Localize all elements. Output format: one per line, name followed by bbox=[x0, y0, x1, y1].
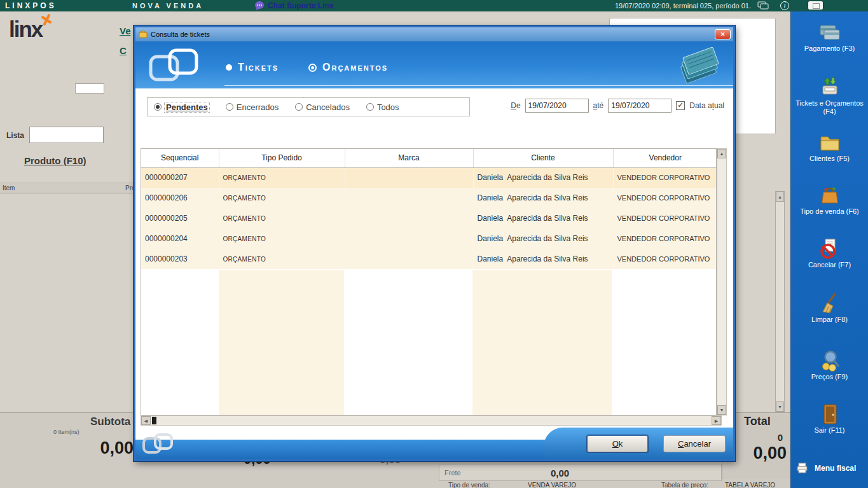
table-cell bbox=[345, 228, 473, 249]
column-stripe bbox=[612, 270, 716, 415]
info-icon[interactable]: i bbox=[780, 1, 789, 10]
table-row[interactable]: 0000000207ORÇAMENTODaniela Aparecida da … bbox=[141, 167, 717, 188]
table-filler bbox=[141, 270, 716, 415]
scroll-left-button[interactable]: ◀ bbox=[141, 416, 151, 425]
printer-icon[interactable] bbox=[757, 1, 769, 10]
mini-field[interactable] bbox=[75, 83, 104, 94]
subtotal-value: 0,00 bbox=[59, 438, 134, 458]
vendedor-label: Ve bbox=[120, 25, 131, 36]
sidebar-item-tickets-orcamentos[interactable]: Tickets e Orçamentos (F4) bbox=[791, 75, 868, 115]
scroll-down-button[interactable]: ▼ bbox=[717, 405, 726, 415]
table-cell: 0000000203 bbox=[141, 249, 219, 269]
radio-icon bbox=[154, 103, 162, 111]
shopping-bag-icon bbox=[818, 184, 842, 207]
column-header[interactable]: Tipo Pedido bbox=[219, 149, 345, 167]
subtotal-label: Subtota bbox=[90, 415, 130, 428]
mode-radio-tickets[interactable]: Tickets bbox=[226, 62, 279, 73]
sidebar-item-pagamento[interactable]: Pagamento (F3) bbox=[791, 20, 868, 53]
tipo-venda-value: VENDA VAREJO bbox=[528, 482, 576, 488]
sidebar: Pagamento (F3) Tickets e Orçamentos (F4)… bbox=[790, 11, 868, 488]
table-cell: VENDEDOR CORPORATIVO bbox=[613, 167, 717, 188]
mode-radio-orcamentos[interactable]: Orçamentos bbox=[308, 62, 388, 73]
tickets-table: Sequencial Tipo Pedido Marca Cliente Ven… bbox=[141, 148, 717, 415]
chat-icon bbox=[254, 1, 265, 11]
de-label: De bbox=[511, 101, 520, 110]
sidebar-item-cancelar[interactable]: Cancelar (F7) bbox=[791, 237, 868, 269]
filter-pendentes[interactable]: Pendentes bbox=[154, 102, 209, 112]
footer-rings-icon bbox=[142, 433, 175, 454]
filter-todos[interactable]: Todos bbox=[366, 102, 399, 112]
column-stripe bbox=[219, 270, 345, 415]
scroll-down-button[interactable]: ▼ bbox=[776, 401, 784, 412]
item-column-header: Item bbox=[3, 185, 15, 192]
lista-label: Lista bbox=[6, 131, 24, 140]
table-cell: ORÇAMENTO bbox=[219, 188, 345, 208]
linx-brand-logo: linx bbox=[9, 18, 53, 40]
table-row[interactable]: 0000000204ORÇAMENTODaniela Aparecida da … bbox=[141, 228, 717, 249]
column-header[interactable]: Sequencial bbox=[141, 149, 219, 167]
filter-cancelados[interactable]: Cancelados bbox=[295, 102, 350, 112]
table-cell bbox=[345, 167, 473, 188]
scrollbar-thumb[interactable] bbox=[152, 417, 156, 424]
menu-fiscal-button[interactable]: Menu fiscal bbox=[795, 462, 856, 474]
total-value: 0,00 bbox=[753, 443, 787, 463]
data-atual-label: Data atual bbox=[689, 101, 724, 110]
table-header: Sequencial Tipo Pedido Marca Cliente Ven… bbox=[141, 149, 717, 167]
frete-value: 0,00 bbox=[551, 468, 569, 478]
table-cell: 0000000207 bbox=[141, 167, 219, 188]
sidebar-item-limpar[interactable]: Limpar (F8) bbox=[791, 291, 868, 324]
radio-icon bbox=[226, 64, 232, 71]
cancel-button[interactable]: Cancelar bbox=[663, 435, 726, 452]
table-row[interactable]: 0000000203ORÇAMENTODaniela Aparecida da … bbox=[141, 249, 717, 269]
broom-icon bbox=[818, 292, 842, 315]
scroll-right-button[interactable]: ▶ bbox=[712, 416, 721, 425]
window-button[interactable] bbox=[808, 1, 823, 10]
radio-icon bbox=[308, 64, 317, 72]
scroll-up-button[interactable]: ▲ bbox=[717, 149, 726, 158]
ok-button[interactable]: Ok bbox=[587, 435, 648, 452]
cliente-label: C bbox=[120, 45, 127, 56]
main-scrollbar[interactable]: ▲ ▼ bbox=[775, 191, 785, 412]
dialog-titlebar[interactable]: Consulta de tickets bbox=[135, 27, 733, 41]
clients-folder-icon bbox=[818, 131, 842, 154]
column-stripe bbox=[472, 270, 612, 415]
chat-support-link[interactable]: Chat Suporte Linx bbox=[254, 0, 333, 11]
app-logo: LINXPOS bbox=[5, 1, 57, 10]
sidebar-item-precos[interactable]: Preços (F9) bbox=[791, 349, 868, 381]
table-horizontal-scrollbar[interactable]: ◀ ▶ bbox=[141, 415, 722, 426]
data-atual-checkbox[interactable]: ✓ bbox=[676, 101, 685, 110]
date-filter-row: De até ✓ Data atual bbox=[511, 99, 724, 113]
table-cell: Daniela Aparecida da Silva Reis bbox=[473, 208, 613, 228]
sidebar-item-tipo-venda[interactable]: Tipo de venda (F6) bbox=[791, 183, 868, 216]
table-cell: 0000000205 bbox=[141, 208, 219, 228]
table-row[interactable]: 0000000205ORÇAMENTODaniela Aparecida da … bbox=[141, 208, 717, 228]
filter-encerrados[interactable]: Encerrados bbox=[226, 102, 279, 112]
produto-label: Produto (F10) bbox=[24, 155, 86, 166]
linx-spark-icon bbox=[40, 13, 53, 26]
item-count: 0 Item(ns) bbox=[53, 429, 79, 435]
exit-door-icon bbox=[818, 403, 842, 426]
sidebar-item-sair[interactable]: Sair (F11) bbox=[791, 402, 868, 435]
date-to-input[interactable] bbox=[608, 99, 672, 113]
table-cell: VENDEDOR CORPORATIVO bbox=[613, 228, 717, 249]
column-header[interactable]: Vendedor bbox=[613, 149, 717, 167]
fiscal-printer-icon bbox=[795, 462, 809, 474]
tabela-preco-label: Tabela de preço: bbox=[661, 482, 708, 488]
lista-input[interactable] bbox=[29, 127, 104, 143]
close-button[interactable]: ✕ bbox=[715, 29, 731, 39]
column-header[interactable]: Cliente bbox=[473, 149, 613, 167]
table-cell: 0000000204 bbox=[141, 228, 219, 249]
table-vertical-scrollbar[interactable]: ▲ ▼ bbox=[717, 148, 727, 415]
sidebar-item-clientes[interactable]: Clientes (F5) bbox=[791, 130, 868, 163]
dialog-title: Consulta de tickets bbox=[151, 31, 210, 38]
date-from-input[interactable] bbox=[525, 99, 589, 113]
column-header[interactable]: Marca bbox=[345, 149, 473, 167]
scroll-up-button[interactable]: ▲ bbox=[776, 192, 784, 202]
table-cell: ORÇAMENTO bbox=[219, 208, 345, 228]
frete-panel: Frete 0,00 bbox=[439, 464, 722, 481]
table-cell: Daniela Aparecida da Silva Reis bbox=[473, 188, 613, 208]
table-row[interactable]: 0000000206ORÇAMENTODaniela Aparecida da … bbox=[141, 188, 717, 208]
ticket-table-body: 0000000207ORÇAMENTODaniela Aparecida da … bbox=[141, 167, 717, 269]
dialog-footer: Ok Cancelar bbox=[135, 426, 733, 459]
column-stripe bbox=[141, 270, 219, 415]
